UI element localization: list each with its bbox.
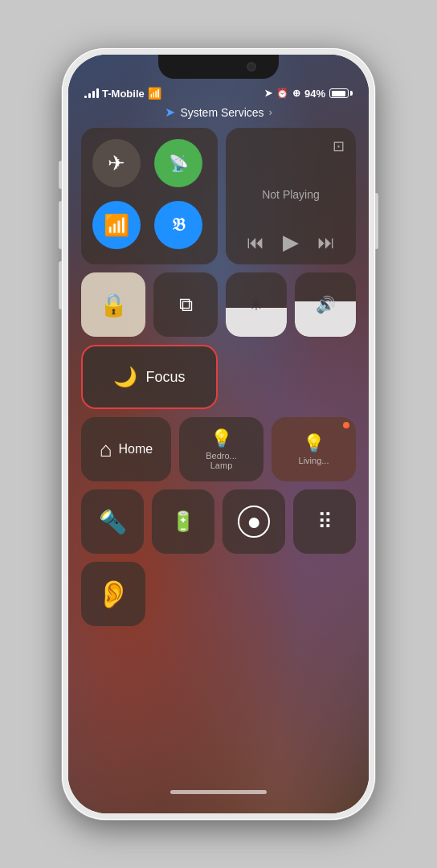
cellular-button[interactable]: 📡 xyxy=(154,139,202,187)
connectivity-panel: ✈ 📡 📶 𝔅 xyxy=(81,128,218,264)
focus-label: Focus xyxy=(145,369,185,386)
living-lamp-button[interactable]: 💡 Living... xyxy=(272,417,356,481)
row-5: 🔦 🔋 ● ⠿ xyxy=(81,489,356,554)
silent-switch[interactable] xyxy=(59,161,62,189)
control-center-panels: ✈ 📡 📶 𝔅 xyxy=(81,128,356,782)
battery-widget-icon: 🔋 xyxy=(171,510,195,533)
home-app-button[interactable]: ⌂ Home xyxy=(81,417,171,481)
media-controls: ⏮ ▶ ⏭ xyxy=(237,230,345,255)
row-3-right xyxy=(226,345,356,409)
calculator-icon: ⠿ xyxy=(317,510,333,534)
system-services-row[interactable]: ➤ System Services › xyxy=(81,104,356,120)
cellular-icon: 📡 xyxy=(169,154,189,173)
row-1: ✈ 📡 📶 𝔅 xyxy=(81,128,356,264)
home-bar[interactable] xyxy=(170,790,267,794)
signal-bar-4 xyxy=(96,88,99,98)
power-button[interactable] xyxy=(375,193,378,249)
airplane-icon: ✈ xyxy=(108,151,125,176)
airplay-icon[interactable]: ⊡ xyxy=(333,137,345,155)
airplane-mode-button[interactable]: ✈ xyxy=(92,139,141,187)
brightness-slider[interactable]: ☀ xyxy=(226,272,287,337)
screen-rotation-icon: ⊕ xyxy=(292,88,300,99)
carrier-info: T-Mobile 📶 xyxy=(84,87,161,100)
bluetooth-button[interactable]: 𝔅 xyxy=(154,201,202,249)
hearing-button[interactable]: 👂 xyxy=(81,562,145,626)
next-button[interactable]: ⏭ xyxy=(317,232,335,253)
battery-area: ➤ ⏰ ⊕ 94% xyxy=(264,88,353,100)
moon-icon: 🌙 xyxy=(113,366,137,388)
screen-mirror-icon: ⧉ xyxy=(179,293,193,316)
screen-mirror-button[interactable]: ⧉ xyxy=(153,272,218,337)
volume-slider[interactable]: 🔊 xyxy=(295,272,356,337)
wifi-icon: 📶 xyxy=(104,213,129,238)
living-lamp-alert-dot xyxy=(343,422,349,428)
location-services-icon: ➤ xyxy=(165,104,175,120)
bedroom-lamp-label: Bedro...Lamp xyxy=(206,451,237,470)
carrier-name: T-Mobile xyxy=(102,88,145,100)
previous-button[interactable]: ⏮ xyxy=(247,232,264,253)
record-icon: ● xyxy=(238,506,270,538)
wifi-button[interactable]: 📶 xyxy=(92,201,141,249)
living-lamp-label: Living... xyxy=(299,456,329,465)
battery-percent: 94% xyxy=(304,88,325,100)
signal-bar-1 xyxy=(84,96,87,98)
volume-up-button[interactable] xyxy=(59,201,62,249)
row-4: ⌂ Home 💡 Bedro...Lamp 💡 Living... xyxy=(81,417,356,481)
battery-icon xyxy=(329,88,353,98)
living-lamp-icon: 💡 xyxy=(303,433,325,454)
home-indicator-area xyxy=(81,782,356,797)
chevron-right-icon: › xyxy=(269,107,272,118)
now-playing-label: Not Playing xyxy=(237,162,345,227)
system-services-label: System Services xyxy=(180,106,263,119)
volume-down-button[interactable] xyxy=(59,261,62,309)
battery-button[interactable]: 🔋 xyxy=(152,489,214,554)
location-icon: ➤ xyxy=(264,88,272,99)
row-2: 🔒 ⧉ ☀ 🔊 xyxy=(81,272,356,337)
wifi-status-icon: 📶 xyxy=(148,87,161,100)
flashlight-icon: 🔦 xyxy=(99,509,127,535)
signal-bar-2 xyxy=(88,93,91,98)
focus-button[interactable]: 🌙 Focus xyxy=(81,345,218,409)
play-button[interactable]: ▶ xyxy=(283,230,299,255)
calculator-button[interactable]: ⠿ xyxy=(293,489,356,554)
lock-rotation-button[interactable]: 🔒 xyxy=(81,272,145,337)
bluetooth-icon: 𝔅 xyxy=(172,215,186,235)
phone-frame: T-Mobile 📶 ➤ ⏰ ⊕ 94% xyxy=(62,48,375,820)
notch xyxy=(158,55,279,79)
home-icon: ⌂ xyxy=(100,437,112,462)
screen-record-button[interactable]: ● xyxy=(223,489,285,554)
alarm-icon: ⏰ xyxy=(276,88,288,99)
hearing-icon: 👂 xyxy=(96,578,130,610)
lock-rotation-icon: 🔒 xyxy=(100,292,128,318)
brightness-icon: ☀ xyxy=(249,295,263,314)
now-playing-panel: ⊡ Not Playing ⏮ ▶ ⏭ xyxy=(226,128,356,264)
bedroom-lamp-icon: 💡 xyxy=(210,428,232,449)
phone-screen: T-Mobile 📶 ➤ ⏰ ⊕ 94% xyxy=(68,55,369,813)
status-bar: T-Mobile 📶 ➤ ⏰ ⊕ 94% xyxy=(81,87,356,100)
home-label: Home xyxy=(119,442,153,457)
row-3: 🌙 Focus xyxy=(81,345,356,409)
signal-icon xyxy=(84,88,99,98)
airplay-row: ⊡ xyxy=(237,137,345,155)
row-6: 👂 xyxy=(81,562,356,626)
flashlight-button[interactable]: 🔦 xyxy=(81,489,144,554)
signal-bar-3 xyxy=(92,91,95,98)
bedroom-lamp-button[interactable]: 💡 Bedro...Lamp xyxy=(179,417,263,481)
front-camera xyxy=(247,62,256,72)
volume-icon: 🔊 xyxy=(316,295,336,314)
